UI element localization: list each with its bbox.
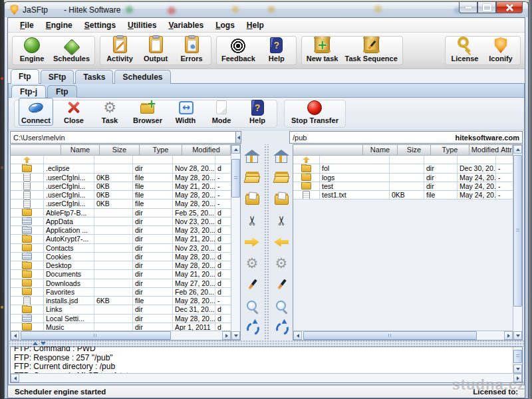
table-row[interactable]: Downloads dir May 27, 20... d — [11, 279, 231, 288]
remote-vertical-scrollbar[interactable] — [513, 145, 522, 340]
table-row[interactable]: fol dir Dec 30, 20... - — [293, 164, 513, 173]
help-button[interactable]: Help — [262, 36, 291, 63]
column-header[interactable]: Size — [398, 145, 431, 156]
local-file-list[interactable]: .eclipse dir Nov 28, 20... d .userCfgIni… — [11, 156, 231, 331]
folderopen-button[interactable] — [243, 169, 261, 186]
iconify-button[interactable]: Iconify — [486, 37, 515, 63]
pen-button[interactable] — [243, 277, 261, 294]
table-row[interactable]: AbleFtp7-B... dir Feb 25, 20... d — [11, 209, 231, 217]
menu-item[interactable]: File — [15, 19, 39, 31]
refresh-button[interactable] — [243, 319, 261, 336]
feedback-button[interactable]: Feedback — [221, 37, 255, 63]
divider-collapse-down-icon[interactable] — [41, 342, 46, 345]
table-row[interactable]: test dir May 24, 20... - — [293, 182, 513, 191]
column-header[interactable]: Modified — [469, 145, 501, 156]
task-sequence-button[interactable]: Task Sequence — [344, 36, 397, 63]
column-header[interactable]: Name — [61, 145, 100, 156]
menu-item[interactable]: Utilities — [122, 19, 162, 31]
table-row[interactable]: .eclipse dir Nov 28, 20... d — [11, 164, 231, 173]
scissors-button[interactable] — [273, 212, 290, 229]
scroll-right-icon[interactable] — [513, 374, 522, 382]
mode-button[interactable]: Mode — [206, 98, 237, 126]
column-header[interactable]: Type — [431, 145, 469, 156]
log-horizontal-scrollbar[interactable] — [11, 373, 522, 382]
table-row[interactable]: Local Setti... dir May 28, 20... d — [11, 315, 231, 323]
table-row[interactable]: AppData dir Nov 23, 20... d — [11, 217, 231, 226]
connect-button[interactable]: Connect — [19, 98, 53, 126]
column-header[interactable] — [11, 145, 61, 156]
menu-item[interactable]: Engine — [41, 19, 78, 31]
local-path-field[interactable]: C:\Users\melvin — [10, 131, 236, 144]
scroll-right-icon[interactable] — [222, 331, 231, 340]
table-row[interactable]: AutoKrypt7-... dir May 21, 20... d — [11, 235, 231, 243]
activity-button[interactable]: Activity — [105, 36, 134, 63]
errors-button[interactable]: Errors — [177, 36, 206, 63]
connection-tab[interactable]: Ftp-j — [11, 85, 46, 98]
stop-transfer-button[interactable]: Stop Transfer — [289, 98, 341, 126]
table-row[interactable] — [293, 156, 513, 164]
menu-item[interactable]: Logs — [210, 19, 240, 31]
column-header[interactable]: Attr — [501, 145, 513, 156]
log-vertical-scrollbar[interactable] — [513, 347, 522, 373]
arrowleft-button[interactable] — [273, 233, 290, 251]
panel-collapse-handle[interactable] — [236, 131, 241, 144]
table-row[interactable]: logs dir May 24, 20... - — [293, 174, 513, 182]
table-row[interactable]: Documents dir May 21, 20... d — [11, 270, 231, 279]
maximize-button[interactable] — [477, 2, 496, 13]
remote-path-field[interactable]: /pub hiteksoftware.com — [289, 131, 523, 144]
log-split-divider[interactable] — [9, 340, 524, 346]
menu-item[interactable]: Help — [241, 19, 269, 31]
tab[interactable]: Tasks — [75, 70, 113, 84]
refresh-button[interactable] — [273, 319, 290, 336]
task-button[interactable]: Task — [94, 98, 125, 126]
menu-item[interactable]: Settings — [79, 19, 121, 31]
column-header[interactable] — [293, 145, 363, 156]
width-button[interactable]: Width — [170, 98, 201, 126]
arrowright-button[interactable] — [243, 233, 261, 251]
scroll-down-icon[interactable] — [231, 331, 240, 340]
column-header[interactable]: Size — [100, 145, 140, 156]
table-row[interactable]: Music dir Apr 1, 2011 d — [11, 323, 231, 331]
engine-button[interactable]: Engine — [17, 36, 47, 63]
pen-button[interactable] — [273, 277, 290, 294]
table-row[interactable]: Links dir Dec 31, 20... d — [11, 305, 231, 314]
connection-tab[interactable]: Ftp — [47, 85, 77, 98]
table-row[interactable]: .userCfgIni... 0KB file May 28, 20... - — [11, 174, 231, 182]
scroll-left-icon[interactable] — [293, 331, 302, 340]
magnifier-button[interactable] — [243, 298, 261, 315]
table-row[interactable]: Favorites dir Feb 26, 20... d — [11, 288, 231, 297]
new-task-button[interactable]: New task — [307, 36, 338, 63]
home-button[interactable] — [243, 148, 261, 165]
scroll-up-icon[interactable] — [513, 145, 522, 154]
table-row[interactable]: .userCfgIni... 0KB file May 28, 20... - — [11, 191, 231, 200]
table-row[interactable]: Desktop dir May 28, 20... d — [11, 261, 231, 270]
scroll-right-icon[interactable] — [504, 331, 513, 340]
close-button[interactable]: Close — [59, 98, 89, 126]
ftp-log-text[interactable]: FTP: Command : PWDFTP: Response : 257 "/… — [11, 344, 513, 373]
tab[interactable]: SFtp — [41, 70, 74, 84]
table-row[interactable]: test1.txt 0KB file May 24, 20... - — [293, 191, 513, 200]
magnifier-button[interactable] — [273, 298, 290, 315]
tab[interactable]: Ftp — [11, 69, 39, 84]
home-button[interactable] — [273, 148, 290, 165]
column-header[interactable]: Type — [140, 145, 182, 156]
remote-file-list[interactable]: fol dir Dec 30, 20... - logs dir — [293, 156, 513, 331]
scissors-button[interactable] — [243, 212, 261, 229]
scroll-down-icon[interactable] — [513, 364, 522, 373]
table-row[interactable]: .userCfgIni... 0KB file May 28, 20... - — [11, 200, 231, 208]
output-button[interactable]: Output — [141, 36, 170, 63]
scroll-up-icon[interactable] — [231, 145, 240, 154]
help-button[interactable]: Help — [242, 97, 273, 126]
panel-splitter[interactable] — [263, 144, 270, 340]
column-header[interactable]: Modified — [182, 145, 230, 156]
table-row[interactable]: .userCfgIni... 0KB file May 21, 20... - — [11, 182, 231, 191]
divider-collapse-up-icon[interactable] — [33, 342, 38, 345]
table-row[interactable]: Contacts dir Nov 23, 20... d — [11, 244, 231, 253]
folderopen-button[interactable] — [273, 169, 290, 186]
tab[interactable]: Schedules — [114, 70, 170, 84]
column-header[interactable]: Name — [363, 145, 398, 156]
menu-item[interactable]: Variables — [163, 19, 209, 31]
license-button[interactable]: License — [450, 36, 479, 63]
table-row[interactable] — [11, 156, 231, 164]
table-row[interactable]: Cookies dir May 28, 20... d — [11, 253, 231, 261]
